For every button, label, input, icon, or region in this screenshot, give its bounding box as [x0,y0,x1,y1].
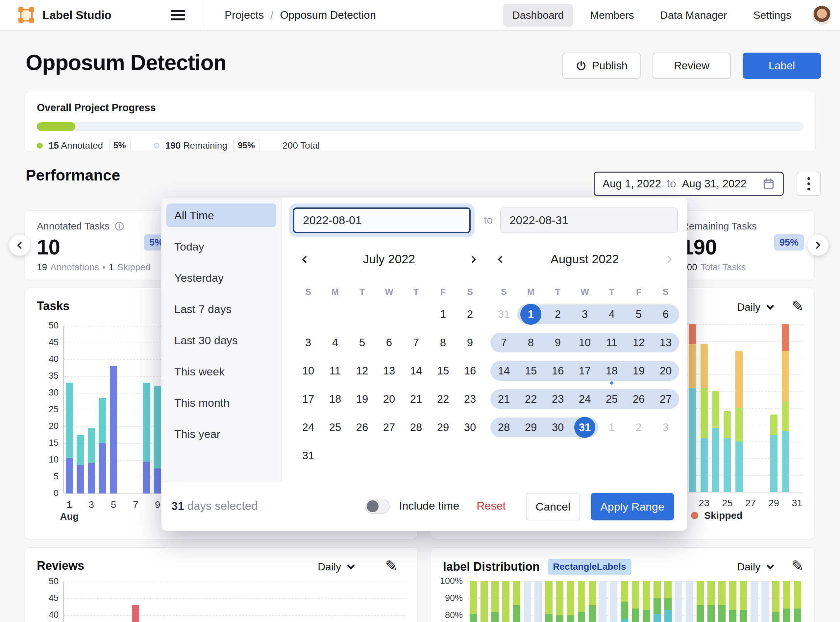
preset-this-week[interactable]: This week [166,360,276,383]
calendar-day[interactable]: 23 [544,385,571,413]
preset-yesterday[interactable]: Yesterday [166,266,276,290]
avatar[interactable] [813,6,831,24]
calendar-day[interactable]: 15 [429,357,457,385]
calendar-day[interactable]: 25 [322,413,349,442]
calendar-day[interactable]: 27 [376,413,403,442]
calendar-day[interactable]: 30 [544,413,571,442]
calendar-day[interactable]: 1 [598,413,625,442]
calendar-day[interactable]: 31 [490,300,517,328]
calendar-day[interactable]: 13 [652,328,679,357]
calendar-day[interactable]: 3 [295,328,322,357]
label-distribution-period-dropdown[interactable]: Daily [737,561,773,573]
publish-button[interactable]: Publish [562,53,641,79]
calendar-day[interactable]: 19 [349,385,376,413]
calendar-day[interactable]: 26 [625,385,652,413]
calendar-day[interactable]: 29 [517,413,544,442]
breadcrumb-projects[interactable]: Projects [225,9,264,21]
prev-month-icon[interactable] [493,252,507,267]
prev-month-icon[interactable] [297,252,312,267]
label-button[interactable]: Label [743,53,821,79]
calendar-day[interactable]: 9 [544,328,571,357]
carousel-right-button[interactable] [808,235,828,256]
start-date-input[interactable] [293,207,470,233]
calendar-day[interactable]: 15 [517,357,544,385]
reviews-period-dropdown[interactable]: Daily [318,561,354,573]
calendar-day[interactable]: 3 [571,300,598,328]
calendar-day[interactable]: 12 [625,328,652,357]
calendar-day[interactable]: 14 [403,357,429,385]
preset-last-7-days[interactable]: Last 7 days [166,297,276,321]
nav-item-members[interactable]: Members [581,4,643,27]
calendar-day[interactable]: 7 [403,328,429,357]
calendar-day[interactable]: 16 [544,357,571,385]
cancel-button[interactable]: Cancel [526,493,580,520]
calendar-day[interactable]: 20 [652,357,679,385]
calendar-day[interactable]: 6 [376,328,403,357]
calendar-day[interactable]: 27 [652,385,679,413]
calendar-day[interactable]: 4 [322,328,349,357]
apply-range-button[interactable]: Apply Range [591,493,674,520]
calendar-day[interactable]: 17 [295,385,322,413]
calendar-day[interactable]: 30 [457,413,484,442]
calendar-day[interactable]: 1 [517,300,544,328]
calendar-day[interactable]: 5 [349,328,376,357]
preset-this-year[interactable]: This year [166,422,276,446]
calendar-day[interactable]: 26 [349,413,376,442]
calendar-day[interactable]: 28 [490,413,517,442]
calendar-day[interactable]: 4 [598,300,625,328]
calendar-day[interactable]: 18 [322,385,349,413]
nav-item-settings[interactable]: Settings [744,4,800,27]
calendar-day[interactable]: 22 [429,385,457,413]
include-time-toggle[interactable] [365,499,390,514]
reset-button[interactable]: Reset [477,499,506,512]
preset-today[interactable]: Today [166,235,276,258]
calendar-day[interactable]: 24 [295,413,322,442]
nav-item-data-manager[interactable]: Data Manager [651,4,736,27]
end-date-input[interactable] [500,207,678,233]
calendar-day[interactable]: 1 [429,300,457,328]
date-range-button[interactable]: Aug 1, 2022 to Aug 31, 2022 [594,172,784,196]
calendar-day[interactable]: 9 [457,328,484,357]
calendar-day[interactable]: 21 [403,385,429,413]
info-icon[interactable] [114,221,125,232]
performance-menu-button[interactable] [797,172,821,196]
reviews-edit-icon[interactable]: ✎ [385,557,398,575]
calendar-day[interactable]: 12 [349,357,376,385]
calendar-day[interactable]: 8 [517,328,544,357]
calendar-day[interactable]: 29 [429,413,457,442]
calendar-day[interactable]: 6 [652,300,679,328]
calendar-day[interactable]: 2 [457,300,484,328]
calendar-day[interactable]: 5 [625,300,652,328]
calendar-day[interactable]: 19 [625,357,652,385]
calendar-day[interactable]: 14 [490,357,517,385]
next-month-icon[interactable] [662,252,677,267]
calendar-day[interactable]: 22 [517,385,544,413]
calendar-day[interactable]: 31 [571,413,598,442]
review-button[interactable]: Review [652,53,731,79]
calendar-day[interactable]: 23 [457,385,484,413]
next-month-icon[interactable] [466,252,481,267]
calendar-day[interactable]: 25 [598,385,625,413]
calendar-day[interactable]: 11 [322,357,349,385]
calendar-day[interactable]: 2 [625,413,652,442]
calendar-day[interactable]: 20 [376,385,403,413]
annotations-edit-icon[interactable]: ✎ [791,297,804,315]
calendar-day[interactable]: 17 [571,357,598,385]
calendar-day[interactable]: 2 [544,300,571,328]
calendar-day[interactable]: 8 [429,328,457,357]
calendar-day[interactable]: 28 [403,413,429,442]
carousel-left-button[interactable] [9,235,30,256]
calendar-day[interactable]: 7 [490,328,517,357]
calendar-day[interactable]: 13 [376,357,403,385]
calendar-day[interactable]: 16 [457,357,484,385]
label-distribution-edit-icon[interactable]: ✎ [791,557,804,575]
preset-all-time[interactable]: All Time [166,203,276,227]
calendar-day[interactable]: 10 [571,328,598,357]
calendar-day[interactable]: 24 [571,385,598,413]
annotations-period-dropdown[interactable]: Daily [737,301,773,313]
calendar-day[interactable]: 10 [295,357,322,385]
nav-item-dashboard[interactable]: Dashboard [503,4,573,27]
hamburger-menu-icon[interactable] [171,10,185,20]
preset-last-30-days[interactable]: Last 30 days [166,328,276,352]
calendar-day[interactable]: 11 [598,328,625,357]
